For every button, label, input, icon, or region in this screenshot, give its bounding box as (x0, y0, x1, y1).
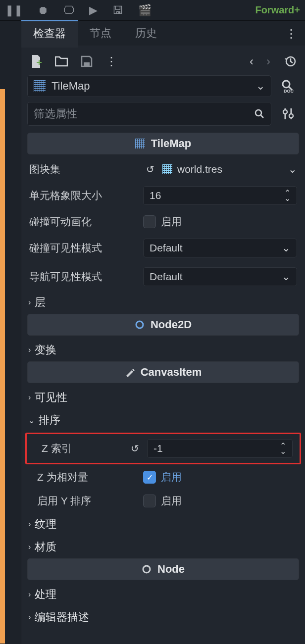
collision-anim-checkbox[interactable] (143, 215, 156, 228)
save-icon[interactable]: 🖫 (112, 4, 123, 17)
reset-icon[interactable]: ↺ (128, 443, 142, 454)
group-visibility[interactable]: › 可见性 (21, 386, 305, 409)
prop-collision-visibility: 碰撞可见性模式 Default ⌄ (21, 234, 305, 262)
tileset-icon (162, 164, 172, 174)
svg-point-7 (283, 110, 287, 114)
chevron-down-icon: ⌄ (28, 416, 35, 425)
save-resource-icon[interactable] (81, 55, 93, 67)
history-icon[interactable] (283, 55, 296, 68)
collision-visibility-dropdown[interactable]: Default ⌄ (143, 239, 297, 257)
prop-collision-anim: 碰撞可动画化 启用 (21, 210, 305, 234)
chevron-right-icon: › (28, 393, 31, 402)
chevron-down-icon: ⌄ (282, 271, 291, 283)
tab-node[interactable]: 节点 (78, 21, 123, 47)
tab-bar: 检查器 节点 历史 ⋮ (21, 22, 305, 46)
prop-y-sort: 启用 Y 排序 启用 (21, 489, 305, 513)
tab-history[interactable]: 历史 (123, 21, 169, 47)
docs-button[interactable]: DOC (277, 75, 299, 97)
prop-nav-visibility: 导航可见性模式 Default ⌄ (21, 262, 305, 291)
group-texture[interactable]: › 纹理 (21, 513, 305, 536)
filter-placeholder: 筛选属性 (34, 106, 77, 121)
spinner-icon: ⌃⌄ (280, 443, 286, 454)
group-ordering[interactable]: ⌄ 排序 (21, 409, 305, 432)
screen-icon[interactable]: 🖵 (63, 4, 74, 17)
open-resource-icon[interactable] (55, 56, 68, 67)
highlight-z-index: Z 索引 ↺ -1 ⌃⌄ (25, 433, 301, 464)
prop-z-index: Z 索引 ↺ -1 ⌃⌄ (30, 437, 297, 460)
tab-menu-icon[interactable]: ⋮ (277, 22, 305, 46)
section-tilemap[interactable]: TileMap (27, 133, 299, 154)
group-layers[interactable]: › 层 (21, 291, 305, 314)
inspector-panel: 检查器 节点 历史 ⋮ ⋮ ‹ › TileMap ⌄ DOC (21, 22, 305, 644)
top-toolbar: ❚❚ ⏺ 🖵 ▶ 🖫 🎬 Forward+ (0, 0, 305, 21)
svg-rect-1 (39, 60, 40, 65)
history-forward-icon[interactable]: › (266, 54, 270, 68)
play-icon[interactable]: ▶ (89, 4, 98, 17)
chevron-right-icon: › (28, 346, 31, 354)
filter-input[interactable]: 筛选属性 (27, 102, 271, 126)
chevron-right-icon: › (28, 590, 31, 599)
spinner-icon: ⌃⌄ (284, 190, 291, 201)
z-relative-checkbox[interactable]: ✓ (143, 471, 156, 484)
history-back-icon[interactable]: ‹ (250, 54, 254, 68)
svg-point-6 (255, 110, 261, 116)
chevron-down-icon: ⌄ (282, 242, 291, 254)
extra-menu-icon[interactable]: ⋮ (105, 54, 117, 68)
cell-quadrant-spin[interactable]: 16 ⌃⌄ (143, 186, 297, 205)
tilemap-icon (34, 80, 46, 92)
search-icon (254, 108, 265, 119)
chevron-right-icon: › (28, 298, 31, 307)
node-icon (142, 564, 152, 574)
section-canvasitem[interactable]: CanvasItem (27, 361, 299, 383)
reset-icon[interactable]: ↺ (143, 163, 157, 175)
svg-rect-2 (84, 62, 90, 66)
movie-icon[interactable]: 🎬 (138, 4, 152, 17)
group-material[interactable]: › 材质 (21, 536, 305, 558)
group-process[interactable]: › 处理 (21, 583, 305, 606)
section-node2d[interactable]: Node2D (27, 314, 299, 336)
tilemap-icon (135, 139, 145, 149)
prop-tileset: 图块集 ↺ world.tres ⌄ (21, 157, 305, 181)
svg-point-9 (136, 321, 143, 328)
svg-text:DOC: DOC (284, 89, 294, 94)
svg-point-10 (143, 566, 150, 573)
new-resource-icon[interactable] (30, 55, 42, 68)
svg-point-8 (289, 114, 293, 118)
camera-icon[interactable]: ⏺ (38, 4, 49, 17)
prop-cell-quadrant: 单元格象限大小 16 ⌃⌄ (21, 181, 305, 210)
group-transform[interactable]: › 变换 (21, 339, 305, 361)
chevron-down-icon: ⌄ (288, 163, 297, 175)
object-selector[interactable]: TileMap ⌄ (27, 75, 271, 97)
tileset-picker[interactable]: world.tres ⌄ (162, 163, 297, 175)
z-index-spin[interactable]: -1 ⌃⌄ (147, 439, 293, 458)
group-editor-desc[interactable]: › 编辑器描述 (21, 606, 305, 629)
renderer-label[interactable]: Forward+ (255, 4, 300, 16)
chevron-right-icon: › (28, 613, 31, 622)
section-node[interactable]: Node (27, 558, 299, 580)
node2d-icon (135, 320, 145, 330)
svg-point-4 (283, 81, 290, 88)
chevron-right-icon: › (28, 520, 31, 529)
tools-button[interactable] (277, 102, 299, 126)
chevron-right-icon: › (28, 543, 31, 551)
pause-icon[interactable]: ❚❚ (5, 4, 23, 17)
y-sort-checkbox[interactable] (143, 495, 156, 507)
canvasitem-icon (125, 367, 135, 377)
object-name: TileMap (51, 80, 90, 93)
tab-inspector[interactable]: 检查器 (21, 20, 78, 48)
chevron-down-icon: ⌄ (256, 80, 265, 93)
nav-visibility-dropdown[interactable]: Default ⌄ (143, 267, 297, 286)
prop-z-relative: Z 为相对量 ✓ 启用 (21, 465, 305, 489)
inspector-toolbar: ⋮ ‹ › (21, 46, 305, 75)
